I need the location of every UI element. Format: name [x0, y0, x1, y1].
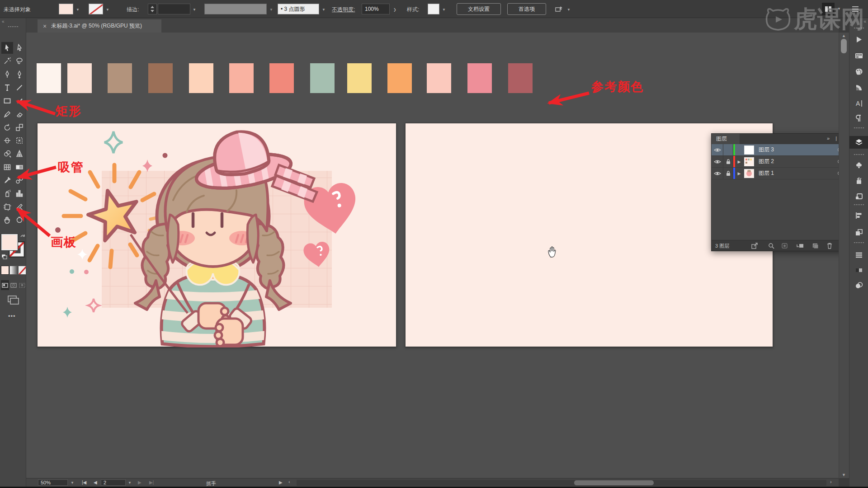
layer-name[interactable]: 图层 3: [755, 146, 831, 154]
layer-row-图层 2[interactable]: ▶图层 2: [712, 156, 839, 168]
mesh-tool[interactable]: [1, 161, 13, 173]
fill-chevron-icon[interactable]: ▼: [76, 8, 80, 12]
slice-tool[interactable]: [14, 201, 25, 213]
layer-expand-icon[interactable]: ▶: [735, 168, 743, 179]
collect-export-icon[interactable]: [751, 243, 758, 250]
gradient-tool[interactable]: [14, 161, 25, 173]
color-swatch-8[interactable]: [310, 63, 335, 93]
color-mode-button[interactable]: [1, 266, 9, 275]
stroke-label[interactable]: 描边:: [127, 6, 139, 14]
locate-object-icon[interactable]: [768, 243, 775, 250]
collapse-panel-icon[interactable]: »: [827, 136, 830, 141]
character-icon[interactable]: A: [849, 97, 868, 110]
links-icon[interactable]: [849, 190, 868, 203]
fill-color-indicator[interactable]: [1, 234, 18, 250]
color-swatch-9[interactable]: [347, 63, 372, 93]
zoom-chevron-icon[interactable]: ▼: [71, 481, 74, 485]
layer-lock-icon[interactable]: [723, 156, 733, 167]
layer-thumbnail[interactable]: [743, 144, 755, 155]
stroke-chevron-icon[interactable]: ▼: [106, 8, 109, 12]
stroke-profile-chevron-icon[interactable]: ▼: [269, 8, 273, 12]
color-swatch-12[interactable]: [467, 63, 492, 93]
stroke-weight-input[interactable]: [158, 4, 190, 14]
rotate-view-tool[interactable]: [14, 214, 25, 226]
panel-grip[interactable]: [8, 26, 19, 28]
color-swatch-3[interactable]: [108, 63, 132, 93]
make-mask-icon[interactable]: [782, 243, 788, 250]
artboards-icon[interactable]: [849, 50, 868, 62]
layer-name[interactable]: 图层 1: [755, 169, 831, 177]
scale-tool[interactable]: [14, 122, 25, 133]
horizontal-scrollbar[interactable]: [297, 480, 826, 486]
delete-layer-icon[interactable]: [826, 243, 833, 250]
document-setup-button[interactable]: 文档设置: [457, 3, 501, 15]
first-artboard-icon[interactable]: |◀: [82, 480, 86, 485]
type-tool[interactable]: [1, 82, 13, 94]
color-swatch-4[interactable]: [148, 63, 173, 93]
stroke-weight-stepper[interactable]: [148, 4, 157, 14]
draw-inside-mode-icon[interactable]: [18, 280, 26, 290]
stroke-weight-chevron-icon[interactable]: ▼: [193, 8, 196, 12]
align-chevron-icon[interactable]: ▼: [567, 8, 571, 12]
last-artboard-icon[interactable]: ▶|: [149, 480, 154, 485]
layer-thumbnail[interactable]: [743, 168, 755, 179]
rectangle-tool[interactable]: [1, 95, 13, 107]
artboard-tool[interactable]: [1, 201, 13, 213]
layer-thumbnail[interactable]: [743, 156, 755, 167]
draw-normal-mode-icon[interactable]: [1, 280, 9, 290]
default-fill-stroke-icon[interactable]: [1, 253, 8, 261]
shape-builder-tool[interactable]: [1, 148, 13, 160]
symbols-icon[interactable]: [849, 159, 868, 172]
layer-visibility-icon[interactable]: [712, 144, 723, 155]
prev-artboard-icon[interactable]: ◀: [94, 480, 97, 485]
pathfinder-icon[interactable]: [849, 226, 868, 239]
next-artboard-icon[interactable]: ▶: [138, 480, 142, 485]
selection-tool[interactable]: [1, 42, 13, 54]
swap-fill-stroke-icon[interactable]: [20, 232, 25, 240]
draw-behind-mode-icon[interactable]: [9, 280, 18, 290]
color-swatch-5[interactable]: [189, 63, 213, 93]
scroll-down-icon[interactable]: ▼: [842, 473, 846, 477]
perspective-grid-tool[interactable]: [14, 148, 25, 160]
horizontal-scroll-thumb[interactable]: [574, 480, 654, 485]
layer-visibility-icon[interactable]: [712, 156, 723, 167]
layer-expand-icon[interactable]: [735, 144, 743, 155]
new-layer-icon[interactable]: [812, 243, 819, 250]
pen-tool[interactable]: [1, 69, 13, 80]
tab-close-icon[interactable]: ×: [43, 23, 47, 30]
vertical-scroll-thumb[interactable]: [841, 39, 847, 53]
fill-color-swatch[interactable]: [59, 4, 73, 14]
direct-selection-tool[interactable]: [14, 42, 25, 54]
blend-tool[interactable]: [14, 174, 25, 186]
brush-preset-dropdown[interactable]: • 3 点圆形: [278, 4, 319, 14]
color-swatch-2[interactable]: [67, 63, 92, 93]
hscroll-right-icon[interactable]: ›: [830, 479, 832, 484]
symbol-sprayer-tool[interactable]: [1, 188, 13, 199]
stroke-color-swatch[interactable]: [89, 4, 103, 14]
color-swatch-11[interactable]: [427, 63, 451, 93]
layer-lock-icon[interactable]: [723, 168, 733, 179]
layers-panel-tab[interactable]: 图层: [712, 134, 740, 144]
free-transform-tool[interactable]: [14, 135, 25, 146]
vertical-scrollbar[interactable]: ▲ ▼: [839, 33, 849, 478]
stroke-profile-dropdown[interactable]: [204, 4, 267, 14]
document-tab[interactable]: × 未标题-3.ai* @ 50% (RGB/GPU 预览): [38, 19, 161, 33]
opacity-more-icon[interactable]: ❯: [393, 8, 396, 12]
artboard-nav-input[interactable]: 2: [101, 479, 126, 486]
lasso-tool[interactable]: [14, 55, 25, 67]
new-sublayer-icon[interactable]: [797, 243, 804, 250]
preferences-button[interactable]: 首选项: [507, 3, 546, 15]
zoom-level-input[interactable]: 50%: [38, 479, 68, 486]
hand-tool[interactable]: [1, 214, 13, 226]
artboard-nav-chevron-icon[interactable]: ▼: [128, 481, 132, 485]
layer-target-icon[interactable]: [831, 160, 839, 164]
actions-icon[interactable]: [849, 33, 868, 46]
artboard-1[interactable]: [37, 123, 396, 347]
line-tool[interactable]: [14, 82, 25, 94]
opacity-input[interactable]: 100%: [362, 4, 390, 14]
layer-row-图层 1[interactable]: ▶图层 1: [712, 168, 839, 179]
layers-icon[interactable]: [849, 136, 868, 149]
gradient-mode-button[interactable]: [9, 266, 18, 275]
layer-target-icon[interactable]: [831, 171, 839, 175]
layer-row-图层 3[interactable]: 图层 3: [712, 144, 839, 156]
